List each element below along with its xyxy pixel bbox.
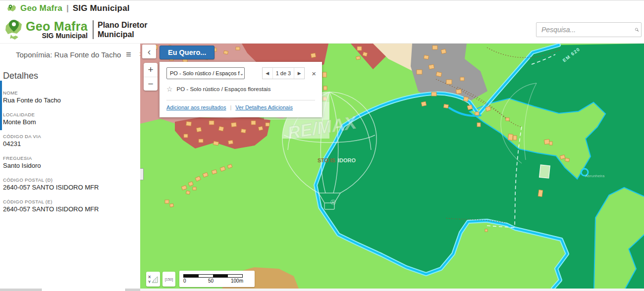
- brand-name: Geo Mafra: [20, 3, 62, 13]
- link-separator: |: [230, 104, 231, 110]
- popup-close-icon[interactable]: ×: [312, 69, 316, 78]
- view-details-link[interactable]: Ver Detalhes Adicionais: [235, 104, 293, 110]
- panel-title: Toponímia: Rua Fonte do Tacho: [16, 50, 121, 59]
- zoom-in-button[interactable]: +: [144, 63, 158, 77]
- scale-tick-50: 50: [208, 278, 214, 284]
- popup-divider: [166, 100, 315, 100]
- scale-input-label: [150]: [165, 277, 173, 282]
- scale-tick-0: 0: [183, 278, 186, 284]
- panel-resize-handle[interactable]: [140, 168, 144, 180]
- add-to-results-link[interactable]: Adicionar aos resultados: [166, 104, 226, 110]
- scale-input-button[interactable]: [150]: [162, 272, 175, 287]
- field-codigo-via: CÓDIGO DA VIA 04231: [3, 134, 140, 147]
- app-title-line2: Municipal: [98, 30, 147, 39]
- prev-result-button[interactable]: ◀: [263, 71, 272, 76]
- chevron-down-icon: ⌄: [240, 71, 244, 76]
- place-label-faint: Abrunheira: [585, 174, 605, 178]
- xy-coordinates-icon: X Y: [148, 274, 159, 285]
- product-name: SIG Municipal: [73, 3, 130, 13]
- header-brand-sub: SIG Municipal: [42, 32, 88, 40]
- svg-text:Y: Y: [148, 280, 151, 284]
- eu-quero-button[interactable]: Eu Quero...: [160, 46, 215, 59]
- map-canvas[interactable]: RE/MAX ® STO IS IDORO Abrunheira EM 620 …: [140, 44, 644, 289]
- bottom-tab-strip: Layers Toponímia: Rua Fonte ...: [0, 289, 140, 291]
- geomafra-logo-icon: [4, 18, 24, 42]
- coordinates-widget-button[interactable]: X Y: [146, 272, 160, 287]
- header-brand: Geo Mafra: [26, 20, 88, 32]
- collapse-panel-button[interactable]: ‹: [142, 45, 156, 58]
- field-value: 2640-057 SANTO ISIDORO MFR: [3, 205, 140, 213]
- field-nome: NOME Rua Fonte do Tacho: [3, 90, 140, 104]
- result-title: PO - Solo rústico / Espaços florestais: [177, 86, 271, 92]
- field-label: CÓDIGO POSTAL (D): [3, 177, 140, 183]
- field-freguesia: FREGUESIA Santo Isidoro: [3, 155, 140, 169]
- scale-tick-100: 100m: [231, 278, 243, 284]
- search-icon[interactable]: [635, 23, 639, 36]
- brand-separator: |: [66, 3, 69, 13]
- field-value: Monte Bom: [3, 118, 140, 126]
- header-divider: [93, 20, 94, 39]
- result-pager: ◀ 1 de 3 ▶: [262, 67, 305, 79]
- favorite-star-icon[interactable]: ☆: [166, 85, 173, 93]
- field-label: NOME: [3, 90, 140, 96]
- zoom-out-button[interactable]: −: [144, 77, 158, 91]
- identify-popup: PO - Solo rústico / Espaços f ⌄ ◀ 1 de 3…: [160, 62, 322, 117]
- top-brand-bar: Geo Mafra | SIG Municipal: [0, 0, 644, 16]
- app-header: Geo Mafra SIG Municipal Plano Diretor Mu…: [0, 16, 644, 44]
- field-localidade: LOCALIDADE Monte Bom: [3, 112, 140, 126]
- zoom-control: + −: [144, 63, 158, 91]
- app-title-line1: Plano Diretor: [98, 20, 147, 30]
- place-label-isidoro: IDORO: [338, 157, 356, 163]
- field-label: LOCALIDADE: [3, 112, 140, 117]
- field-label: CÓDIGO DA VIA: [3, 134, 140, 139]
- selection-indicator: [0, 81, 2, 130]
- field-value: 04231: [3, 140, 140, 147]
- field-label: CÓDIGO POSTAL (E): [3, 199, 140, 204]
- field-value: 2640-057 SANTO ISIDORO MFR: [3, 184, 140, 191]
- scale-bar-segments: [183, 274, 243, 278]
- geomafra-small-logo-icon: [6, 3, 17, 14]
- watermark-registered: ®: [330, 198, 336, 206]
- place-label-sto: STO IS: [318, 157, 335, 163]
- details-panel: Toponímia: Rua Fonte do Tacho ≡ × Detalh…: [0, 44, 140, 289]
- field-value: Santo Isidoro: [3, 162, 140, 169]
- search-box: [536, 22, 642, 37]
- field-codigo-postal-d: CÓDIGO POSTAL (D) 2640-057 SANTO ISIDORO…: [3, 177, 140, 191]
- svg-text:X: X: [148, 275, 151, 279]
- scale-bar: 0 50 100m: [179, 271, 255, 287]
- field-codigo-postal-e: CÓDIGO POSTAL (E) 2640-057 SANTO ISIDORO…: [3, 199, 140, 213]
- field-value: Rua Fonte do Tacho: [3, 97, 140, 104]
- panel-menu-icon[interactable]: ≡: [126, 51, 131, 58]
- field-label: FREGUESIA: [3, 155, 140, 161]
- pager-position: 1 de 3: [272, 68, 295, 79]
- search-input[interactable]: [537, 26, 635, 34]
- layer-select[interactable]: PO - Solo rústico / Espaços f ⌄: [166, 67, 245, 79]
- next-result-button[interactable]: ▶: [294, 71, 304, 76]
- section-title: Detalhes: [3, 71, 140, 81]
- layer-select-value: PO - Solo rústico / Espaços f: [170, 70, 240, 76]
- tab-layers[interactable]: Layers: [0, 289, 41, 291]
- map-small-parcel: [539, 165, 550, 178]
- tab-toponimia[interactable]: Toponímia: Rua Fonte ...: [41, 289, 126, 291]
